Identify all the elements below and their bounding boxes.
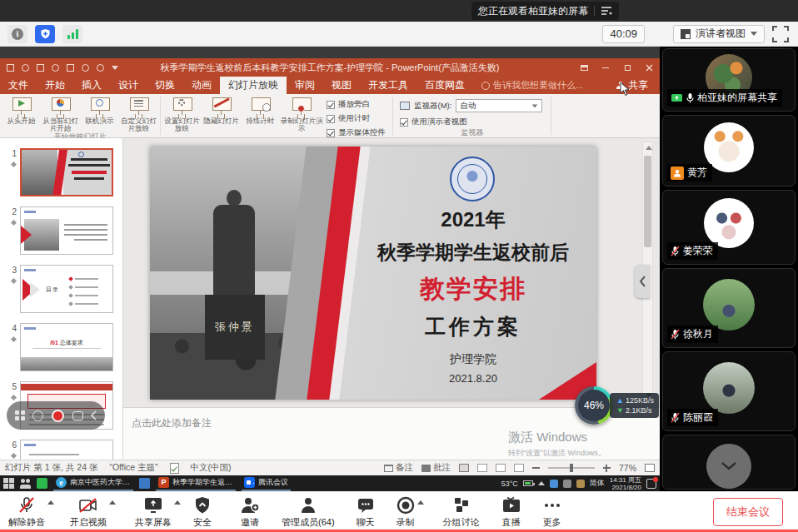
tray-pen-icon[interactable] bbox=[576, 480, 585, 488]
custom-slideshow-button[interactable]: 自定义幻灯片放映 bbox=[119, 96, 158, 132]
restore-button[interactable] bbox=[616, 58, 638, 77]
hidden-icons-chevron[interactable] bbox=[538, 481, 545, 485]
fit-slide-button[interactable] bbox=[645, 464, 655, 472]
ribbon-options-button[interactable] bbox=[573, 58, 595, 77]
start-button[interactable] bbox=[3, 478, 14, 489]
sidebar-collapse-handle[interactable] bbox=[635, 265, 650, 298]
ie-window-button[interactable]: e南京中医药大学 - I.. bbox=[53, 475, 133, 491]
fullscreen-button[interactable] bbox=[771, 25, 790, 43]
slide-2-thumbnail[interactable] bbox=[20, 206, 113, 255]
tab-insert[interactable]: 插入 bbox=[73, 77, 110, 94]
record-button[interactable]: 录制 bbox=[397, 494, 415, 530]
tab-animations[interactable]: 动画 bbox=[183, 77, 220, 94]
monitor-select[interactable]: 自动 bbox=[456, 99, 542, 112]
zoom-percent[interactable]: 77% bbox=[619, 463, 636, 473]
ppt-share-button[interactable]: 共享 bbox=[605, 77, 660, 94]
participant-tile-sharing[interactable]: 柏亚妹的屏幕共享 bbox=[662, 48, 796, 112]
grid-icon[interactable] bbox=[15, 410, 25, 420]
spellcheck-status-icon[interactable] bbox=[170, 463, 179, 474]
meeting-window-button[interactable]: 腾讯会议 bbox=[242, 475, 291, 491]
chat-bubble-icon[interactable] bbox=[72, 411, 83, 420]
tab-file[interactable]: 文件 bbox=[0, 77, 37, 94]
zoom-in-button[interactable] bbox=[603, 465, 611, 472]
blue-window-icon[interactable] bbox=[139, 478, 150, 489]
start-video-button[interactable]: 开启视频 bbox=[70, 494, 107, 530]
record-slideshow-button[interactable]: 录制幻灯片演示 bbox=[280, 96, 323, 132]
scroll-more-button[interactable] bbox=[706, 444, 751, 489]
thumbnail-row-6[interactable]: 6 bbox=[5, 440, 117, 460]
share-options-caret[interactable] bbox=[174, 500, 181, 505]
view-switch-icon[interactable] bbox=[601, 6, 612, 16]
present-online-button[interactable]: 联机演示 bbox=[80, 96, 119, 125]
from-beginning-button[interactable]: 从头开始 bbox=[2, 96, 41, 125]
slide-4-thumbnail[interactable]: /01 总体要求 bbox=[20, 323, 113, 371]
minimize-button[interactable] bbox=[595, 58, 616, 77]
manage-members-button[interactable]: 管理成员(64) bbox=[282, 494, 335, 530]
ime-indicator[interactable]: 简体 bbox=[590, 478, 605, 489]
presenter-view-checkbox[interactable]: 使用演示者视图 bbox=[400, 117, 467, 127]
thumbnail-row-2[interactable]: 2 bbox=[5, 206, 117, 255]
end-meeting-button[interactable]: 结束会议 bbox=[713, 498, 783, 526]
tab-developer[interactable]: 开发工具 bbox=[360, 77, 416, 94]
hide-slide-button[interactable]: 隐藏幻灯片 bbox=[202, 96, 241, 125]
collapse-chevron-icon[interactable] bbox=[91, 410, 97, 420]
reading-view-button[interactable] bbox=[496, 464, 506, 472]
zoom-out-button[interactable] bbox=[532, 467, 540, 469]
normal-view-button[interactable] bbox=[459, 464, 469, 472]
rehearse-timings-button[interactable]: 排练计时 bbox=[241, 96, 280, 125]
zoom-slider-knob[interactable] bbox=[570, 464, 573, 472]
tab-transitions[interactable]: 切换 bbox=[147, 77, 183, 94]
zoom-slider[interactable] bbox=[548, 467, 595, 469]
tab-view[interactable]: 视图 bbox=[323, 77, 360, 94]
tab-slideshow[interactable]: 幻灯片放映 bbox=[220, 77, 287, 94]
security-button[interactable]: 安全 bbox=[193, 494, 212, 530]
live-stream-button[interactable]: 直播 bbox=[501, 494, 521, 530]
unmute-button[interactable]: 解除静音 bbox=[8, 494, 45, 530]
setup-slideshow-button[interactable]: 设置幻灯片放映 bbox=[162, 96, 202, 132]
slide-1-thumbnail[interactable] bbox=[20, 148, 113, 196]
tray-printer-icon[interactable] bbox=[563, 480, 571, 488]
record-options-caret[interactable] bbox=[417, 500, 424, 505]
participant-tile[interactable]: 姜荣荣 bbox=[662, 190, 796, 265]
thumbnail-row-1[interactable]: 1 bbox=[5, 148, 117, 196]
powerpoint-window-button[interactable]: P秋季学期学生返校... bbox=[156, 475, 236, 491]
breakout-rooms-button[interactable]: 分组讨论 bbox=[443, 494, 480, 530]
participant-tile[interactable]: 黄芳 bbox=[662, 115, 796, 186]
participant-tile-more[interactable] bbox=[662, 435, 796, 490]
meeting-security-button[interactable] bbox=[35, 25, 55, 43]
slide-sorter-view-button[interactable] bbox=[477, 464, 487, 472]
mic-options-caret[interactable] bbox=[47, 500, 54, 505]
tray-app-icon[interactable] bbox=[550, 480, 558, 488]
avatar-circle-icon[interactable] bbox=[32, 410, 43, 421]
slide-3-thumbnail[interactable]: 目录 bbox=[20, 265, 113, 313]
slideshow-view-button[interactable] bbox=[514, 464, 524, 472]
language-status[interactable]: 中文(中国) bbox=[191, 462, 232, 474]
taskbar-clock[interactable]: 14:31 周五2021/8/20 bbox=[610, 476, 641, 491]
people-taskbar-icon[interactable] bbox=[20, 478, 31, 489]
green-app-icon[interactable] bbox=[37, 478, 47, 489]
tab-design[interactable]: 设计 bbox=[110, 77, 147, 94]
participant-tile[interactable]: 陈丽霞 bbox=[662, 351, 796, 431]
tab-home[interactable]: 开始 bbox=[37, 77, 73, 94]
use-timings-checkbox[interactable]: 使用计时 bbox=[327, 113, 386, 124]
slide-6-thumbnail[interactable] bbox=[20, 440, 113, 460]
network-status-button[interactable] bbox=[62, 25, 82, 43]
share-screen-button[interactable]: 共享屏幕 bbox=[135, 494, 172, 530]
from-current-slide-button[interactable]: 从当前幻灯片开始 bbox=[41, 96, 80, 132]
view-mode-dropdown[interactable]: 演讲者视图 bbox=[673, 25, 765, 43]
screen-watch-banner[interactable]: 您正在观看柏亚妹的屏幕 bbox=[471, 2, 619, 20]
close-button[interactable] bbox=[638, 58, 660, 77]
record-dot-icon[interactable] bbox=[52, 410, 64, 422]
tell-me-box[interactable]: 告诉我您想要做什么... bbox=[473, 77, 591, 94]
more-button[interactable]: 更多 bbox=[543, 494, 561, 530]
tab-review[interactable]: 审阅 bbox=[287, 77, 323, 94]
video-options-caret[interactable] bbox=[109, 500, 116, 505]
thumbnail-row-4[interactable]: 4 /01 总体要求 bbox=[5, 323, 117, 371]
invite-button[interactable]: 邀请 bbox=[240, 494, 260, 530]
thumbnail-row-3[interactable]: 3 目录 bbox=[5, 265, 117, 313]
comments-toggle[interactable]: 批注 bbox=[421, 462, 451, 474]
tab-baidu-netdisk[interactable]: 百度网盘 bbox=[416, 77, 473, 94]
show-media-controls-checkbox[interactable]: 显示媒体控件 bbox=[327, 127, 386, 138]
temperature-widget[interactable]: 53°C bbox=[501, 480, 518, 488]
current-slide[interactable]: 張仲景 2021年 秋季学期学生返校前后 教学安排 工作方案 护理学院 bbox=[150, 147, 596, 400]
